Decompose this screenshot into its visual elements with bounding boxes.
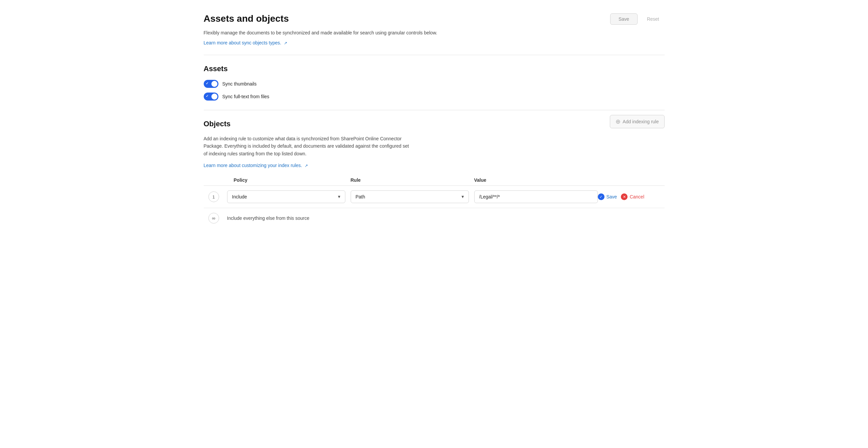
toggle-checkmark-fulltext: ✓ — [206, 94, 208, 98]
external-link-icon-2: ↗ — [305, 163, 308, 168]
indexing-rules-table: Policy Rule Value 1 Include Exclude ▼ — [204, 175, 664, 228]
col-header-policy: Policy — [227, 177, 351, 183]
toggle-label-thumbnails: Sync thumbnails — [222, 81, 257, 87]
row-number-cell: 1 — [204, 191, 227, 202]
infinity-cell: ∞ — [204, 213, 227, 223]
assets-title: Assets — [204, 64, 664, 73]
add-indexing-rule-button[interactable]: ⊕ Add indexing rule — [610, 115, 664, 128]
objects-section: Objects Add an indexing rule to customiz… — [204, 120, 664, 228]
toggle-sync-fulltext[interactable]: ✓ — [204, 93, 218, 100]
col-header-number — [204, 177, 227, 183]
rule-select[interactable]: Path File type Size — [351, 190, 469, 203]
include-everything-text: Include everything else from this source — [227, 215, 664, 221]
save-button[interactable]: Save — [610, 13, 638, 25]
learn-more-index-link[interactable]: Learn more about customizing your index … — [204, 163, 308, 168]
save-circle-icon: ✓ — [598, 193, 604, 200]
reset-button[interactable]: Reset — [642, 14, 664, 24]
value-input[interactable] — [474, 190, 598, 203]
toggle-sync-thumbnails[interactable]: ✓ — [204, 80, 218, 88]
assets-section: Assets ✓ Sync thumbnails ✓ Sync full-tex… — [204, 64, 664, 100]
header-buttons: Save Reset — [610, 13, 664, 25]
toggle-label-fulltext: Sync full-text from files — [222, 94, 270, 99]
row-cancel-button[interactable]: ✕ Cancel — [621, 193, 644, 200]
divider-2 — [204, 110, 664, 110]
row-save-button[interactable]: ✓ Save — [598, 193, 617, 200]
toggle-checkmark-thumbnails: ✓ — [206, 82, 208, 85]
col-header-actions — [598, 177, 664, 183]
col-header-rule: Rule — [351, 177, 474, 183]
policy-select[interactable]: Include Exclude — [227, 190, 345, 203]
cancel-circle-icon: ✕ — [621, 193, 627, 200]
policy-select-wrapper: Include Exclude ▼ — [227, 190, 345, 203]
learn-more-sync-link[interactable]: Learn more about sync objects types. ↗ — [204, 40, 287, 46]
page-container: Assets and objects Save Reset Flexibly m… — [184, 0, 685, 242]
page-subtitle: Flexibly manage the documents to be sync… — [204, 30, 664, 35]
header-row: Assets and objects Save Reset — [204, 13, 664, 25]
divider-1 — [204, 55, 664, 55]
toggle-row-thumbnails: ✓ Sync thumbnails — [204, 80, 664, 88]
row-action-buttons: ✓ Save ✕ Cancel — [598, 193, 664, 200]
include-everything-row: ∞ Include everything else from this sour… — [204, 208, 664, 228]
infinity-icon: ∞ — [208, 213, 219, 223]
row-number-badge: 1 — [208, 191, 219, 202]
plus-icon: ⊕ — [616, 118, 621, 125]
page-title: Assets and objects — [204, 13, 289, 24]
col-header-value: Value — [474, 177, 598, 183]
table-header: Policy Rule Value — [204, 175, 664, 186]
objects-title: Objects — [204, 120, 664, 128]
rule-select-wrapper: Path File type Size ▼ — [351, 190, 469, 203]
external-link-icon: ↗ — [284, 41, 287, 46]
toggle-row-fulltext: ✓ Sync full-text from files — [204, 93, 664, 100]
table-row: 1 Include Exclude ▼ Path File type Size — [204, 186, 664, 208]
objects-description: Add an indexing rule to customize what d… — [204, 135, 411, 157]
